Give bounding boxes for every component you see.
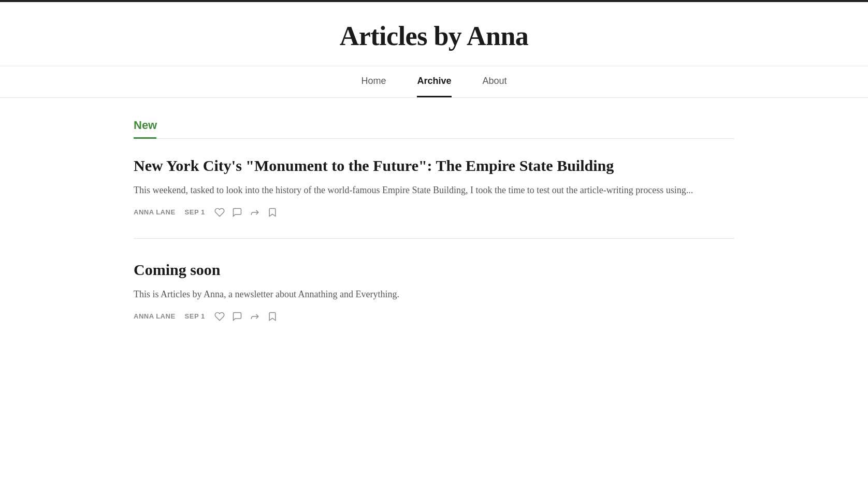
article-excerpt-0: This weekend, tasked to look into the hi… <box>134 183 734 198</box>
nav-item-home[interactable]: Home <box>361 76 386 97</box>
comment-icon-0[interactable] <box>232 207 242 218</box>
article-card-1: Coming soon This is Articles by Anna, a … <box>134 259 734 322</box>
article-card-0: New York City's "Monument to the Future"… <box>134 155 734 218</box>
main-content: New New York City's "Monument to the Fut… <box>71 98 797 363</box>
nav-bar: Home Archive About <box>0 66 868 98</box>
bookmark-icon-0[interactable] <box>267 207 278 218</box>
site-header: Articles by Anna <box>0 2 868 66</box>
like-icon-0[interactable] <box>214 207 225 218</box>
article-author-1: ANNA LANE <box>134 312 176 320</box>
nav-item-archive[interactable]: Archive <box>417 76 451 97</box>
article-date-1: SEP 1 <box>185 312 205 320</box>
bookmark-icon-1[interactable] <box>267 311 278 322</box>
green-bar <box>134 137 156 139</box>
like-icon-1[interactable] <box>214 311 225 322</box>
article-excerpt-1: This is Articles by Anna, a newsletter a… <box>134 287 734 302</box>
section-underline-row <box>134 137 734 139</box>
article-author-0: ANNA LANE <box>134 208 176 216</box>
article-date-0: SEP 1 <box>185 208 205 216</box>
section-header: New <box>134 119 734 139</box>
article-actions-1 <box>214 311 278 322</box>
section-label: New <box>134 119 734 132</box>
comment-icon-1[interactable] <box>232 311 242 322</box>
share-icon-1[interactable] <box>250 311 260 322</box>
article-meta-0: ANNA LANE SEP 1 <box>134 207 734 218</box>
article-actions-0 <box>214 207 278 218</box>
article-title-1[interactable]: Coming soon <box>134 259 734 280</box>
nav-item-about[interactable]: About <box>483 76 507 97</box>
share-icon-0[interactable] <box>250 207 260 218</box>
article-meta-1: ANNA LANE SEP 1 <box>134 311 734 322</box>
article-title-0[interactable]: New York City's "Monument to the Future"… <box>134 155 734 176</box>
site-title: Articles by Anna <box>10 21 858 51</box>
gray-line <box>156 138 734 139</box>
article-separator-0 <box>134 238 734 239</box>
